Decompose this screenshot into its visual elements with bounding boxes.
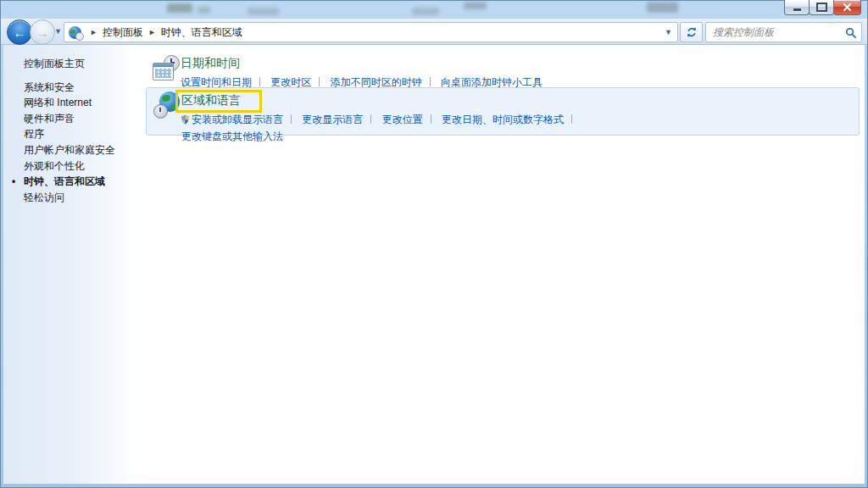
date-time-icon[interactable] [153, 55, 180, 82]
task-link-label: 更改时区 [270, 76, 311, 88]
search-icon[interactable] [845, 27, 856, 38]
task-link-label: 设置时间和日期 [181, 76, 252, 88]
region-language-links-row2: 更改键盘或其他输入法 [181, 130, 852, 144]
breadcrumb-arrow-icon: ► [90, 28, 97, 36]
redaction-blur [412, 8, 439, 15]
search-box [705, 22, 862, 42]
maximize-button[interactable] [809, 0, 834, 15]
sidebar-item[interactable]: •系统和安全 [3, 80, 141, 96]
title-bar[interactable] [0, 0, 868, 19]
task-link[interactable]: 设置时间和日期 [181, 76, 268, 88]
region-language-section[interactable]: 区域和语言 安装或卸载显示语言 更改显示语言 更改位置 更改日期、时间或数字格式 [146, 87, 860, 136]
task-link-label: 添加不同时区的时钟 [331, 76, 422, 88]
redaction-blur [198, 7, 210, 14]
maximize-icon [816, 3, 827, 12]
refresh-button[interactable] [680, 22, 703, 42]
task-link[interactable]: 更改位置 [382, 114, 439, 125]
minimize-button[interactable] [784, 0, 810, 15]
breadcrumb-item[interactable]: 时钟、语言和区域 [161, 25, 242, 40]
redaction-blur [248, 8, 279, 15]
link-separator [259, 77, 260, 86]
task-link[interactable]: 更改日期、时间或数字格式 [442, 114, 580, 125]
sidebar-item-label: 轻松访问 [24, 191, 64, 203]
breadcrumb: ► 控制面板 ► 时钟、语言和区域 [85, 25, 242, 40]
task-link-label: 向桌面添加时钟小工具 [441, 76, 542, 88]
task-link[interactable]: 更改键盘或其他输入法 [181, 130, 283, 142]
link-separator [430, 77, 431, 86]
breadcrumb-item[interactable]: 控制面板 [103, 25, 143, 40]
region-language-title[interactable]: 区域和语言 [181, 93, 241, 107]
chevron-down-icon: ▼ [665, 28, 672, 36]
task-link-label: 更改日期、时间或数字格式 [442, 114, 564, 125]
back-button[interactable]: ← [7, 19, 32, 45]
task-link[interactable]: 更改显示语言 [302, 114, 379, 125]
close-button[interactable] [833, 0, 861, 15]
refresh-icon [686, 26, 698, 38]
sidebar-item-label: 网络和 Internet [24, 97, 92, 108]
current-item-bullet: • [12, 174, 15, 190]
sidebar-item-home[interactable]: 控制面板主页 [3, 56, 141, 72]
chevron-down-icon: ▼ [54, 27, 62, 36]
link-separator [370, 114, 371, 124]
redaction-blur [464, 2, 487, 9]
window-body: 控制面板主页 •系统和安全 •网络和 Internet •硬件和声音 [3, 45, 865, 484]
sidebar: 控制面板主页 •系统和安全 •网络和 Internet •硬件和声音 [3, 45, 141, 484]
date-time-section: 日期和时间 设置时间和日期 更改时区 添加不同时区的时钟 向桌面添加时钟小工具 [181, 56, 542, 90]
caption-buttons [785, 0, 861, 15]
uac-shield-icon [181, 115, 189, 127]
minimize-icon [793, 8, 801, 11]
task-link-label: 更改键盘或其他输入法 [181, 130, 283, 142]
sidebar-item-label: 时钟、语言和区域 [24, 175, 105, 187]
sidebar-item[interactable]: •时钟、语言和区域 [3, 174, 141, 190]
sidebar-item-label: 外观和个性化 [24, 160, 85, 172]
explorer-window: ← → ▼ ► 控制面板 ► 时钟、语言和区域 ▼ [0, 0, 868, 488]
date-time-title[interactable]: 日期和时间 [181, 56, 542, 71]
calendar-icon [153, 63, 174, 80]
main-content: 日期和时间 设置时间和日期 更改时区 添加不同时区的时钟 向桌面添加时钟小工具 [141, 45, 865, 484]
forward-icon: → [36, 25, 49, 40]
sidebar-item[interactable]: •外观和个性化 [3, 158, 141, 175]
task-link-label: 更改显示语言 [302, 114, 363, 125]
address-bar[interactable]: ► 控制面板 ► 时钟、语言和区域 ▼ [64, 22, 678, 42]
region-language-links-row1: 安装或卸载显示语言 更改显示语言 更改位置 更改日期、时间或数字格式 [181, 113, 852, 127]
task-link-label: 安装或卸载显示语言 [192, 114, 283, 125]
forward-button[interactable]: → [30, 19, 55, 45]
close-icon [843, 3, 852, 12]
sidebar-item-label: 用户帐户和家庭安全 [24, 144, 115, 156]
link-separator [319, 77, 320, 86]
sidebar-item[interactable]: •程序 [3, 126, 141, 142]
link-separator [431, 114, 431, 124]
recent-pages-dropdown[interactable]: ▼ [54, 27, 62, 36]
task-link[interactable]: 安装或卸载显示语言 [181, 114, 299, 125]
clock-icon [75, 32, 84, 41]
sidebar-category-list: •系统和安全 •网络和 Internet •硬件和声音 •程序 [3, 80, 141, 206]
sidebar-item-label: 系统和安全 [24, 81, 75, 93]
task-link-label: 更改位置 [382, 114, 423, 125]
redaction-blur [647, 2, 678, 13]
annotation-highlight-box: 区域和语言 [175, 90, 262, 113]
task-link[interactable]: 更改时区 [270, 76, 327, 88]
sidebar-item[interactable]: •网络和 Internet [3, 95, 141, 111]
link-separator [571, 114, 572, 124]
redaction-blur [167, 3, 192, 13]
region-language-body: 区域和语言 安装或卸载显示语言 更改显示语言 更改位置 更改日期、时间或数字格式 [181, 90, 852, 144]
link-separator [291, 114, 292, 124]
task-link[interactable]: 添加不同时区的时钟 [331, 76, 438, 88]
navigation-toolbar: ← → ▼ ► 控制面板 ► 时钟、语言和区域 ▼ [1, 19, 867, 45]
sidebar-item[interactable]: •轻松访问 [3, 190, 141, 206]
sidebar-item-label: 程序 [24, 128, 44, 140]
sidebar-item-label: 硬件和声音 [24, 113, 75, 125]
sidebar-item[interactable]: •硬件和声音 [3, 111, 141, 127]
compass-icon [153, 104, 168, 119]
search-input[interactable] [711, 25, 840, 39]
address-dropdown-button[interactable]: ▼ [659, 23, 677, 42]
task-link[interactable]: 向桌面添加时钟小工具 [441, 76, 542, 88]
back-icon: ← [14, 25, 26, 40]
control-panel-icon [69, 26, 81, 39]
breadcrumb-arrow-icon: ► [148, 28, 156, 36]
sidebar-item[interactable]: •用户帐户和家庭安全 [3, 142, 141, 158]
